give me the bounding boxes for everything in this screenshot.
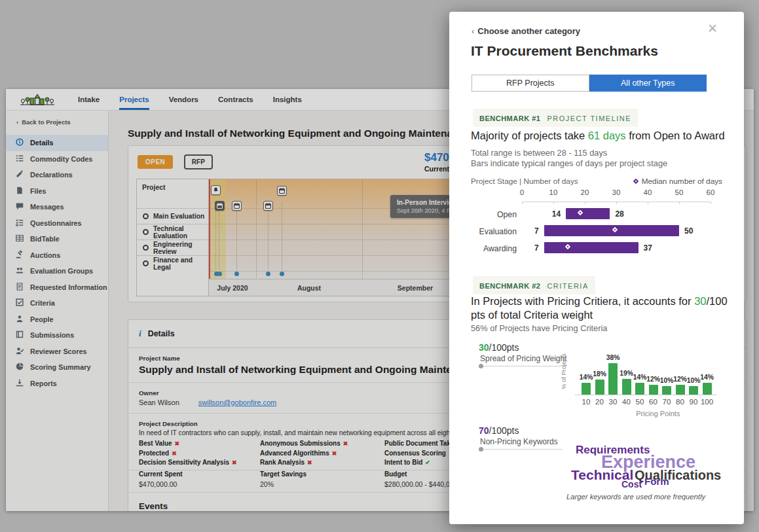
cloud-word-technical: Technical — [571, 468, 633, 482]
min-value-label: 7 — [534, 243, 539, 253]
timeline-range-chart: Project Stage | Number of days Median nu… — [471, 177, 722, 268]
axis-tick-label: 40 — [622, 398, 631, 406]
max-value-label: 50 — [684, 226, 693, 236]
benchmark2-tag: BENCHMARK #2CRITERIA — [473, 276, 595, 294]
close-icon[interactable]: ✕ — [707, 21, 718, 36]
pricing-bar — [649, 385, 658, 395]
bar-value-label: 10% — [660, 377, 674, 384]
slider-knob[interactable] — [479, 364, 483, 368]
slider-knob[interactable] — [479, 447, 483, 452]
axis-tick-label: 50 — [675, 188, 684, 196]
bar-value-label: 14% — [700, 374, 714, 381]
bar-value-label: 19% — [620, 370, 633, 377]
benchmarks-modal: ✕ ‹Choose another category IT Procuremen… — [449, 12, 744, 524]
pricing-bar — [622, 379, 631, 395]
cloud-word-form: Form — [644, 476, 669, 486]
axis-tick-label: 20 — [595, 398, 604, 406]
axis-tick-label: 20 — [581, 188, 589, 196]
axis-tick-label: 0 — [520, 188, 524, 196]
diamond-icon — [633, 179, 638, 184]
range-bar-open — [566, 208, 610, 219]
tab-all-other-types[interactable]: All other Types — [589, 75, 707, 92]
pricing-bar — [635, 383, 644, 395]
axis-tick-label: 10 — [582, 398, 591, 406]
screen: IntakeProjectsVendorsContractsInsights ‹… — [0, 0, 759, 532]
median-legend: Median number of days — [634, 177, 722, 186]
timeline-axis — [522, 202, 711, 202]
cloud-word-requirements: Requirements — [576, 444, 650, 455]
bar-value-label: 38% — [606, 354, 620, 361]
axis-tick-label: 60 — [707, 188, 715, 196]
benchmark2-subline: 56% of Projects have Pricing Criteria — [471, 323, 607, 333]
cloud-word-cost: Cost — [621, 480, 642, 489]
pricing-bar — [676, 385, 685, 395]
axis-tick-label: 90 — [690, 398, 698, 406]
min-value-label: 14 — [552, 209, 561, 219]
nonpricing-points-value: 70/100pts — [479, 425, 519, 436]
axis-tick-label: 50 — [636, 398, 644, 406]
stage-label: Open — [471, 210, 517, 219]
nonpricing-keywords-label: Non-Pricing Keywords — [480, 437, 558, 446]
axis-tick-label: 30 — [612, 188, 621, 196]
choose-another-category-link[interactable]: ‹Choose another category — [472, 26, 580, 36]
timeline-chart-header: Project Stage | Number of days — [471, 177, 578, 186]
axis-tick-label: 60 — [649, 398, 657, 406]
axis-tick-label: 80 — [676, 398, 684, 406]
nonpricing-keywords-slider[interactable] — [479, 447, 563, 452]
bar-value-label: 10% — [687, 377, 701, 384]
pricing-bar — [582, 383, 591, 395]
pricing-bar — [595, 380, 604, 395]
cloud-caption: Larger keywords are used more frequently — [554, 493, 718, 501]
benchmark-tabs: RFP Projects All other Types — [472, 75, 707, 92]
range-bar-evaluation — [544, 225, 679, 236]
pricing-points-label: Spread of Pricing Weight — [480, 354, 567, 363]
benchmark1-tag: BENCHMARK #1PROJECT TIMELINE — [473, 109, 638, 127]
bar-value-label: 18% — [593, 370, 606, 378]
cloud-word-experience: Experience — [601, 453, 695, 471]
axis-tick-label: 30 — [609, 398, 618, 406]
pricing-points-value: 30/100pts — [479, 342, 519, 353]
tab-rfp-projects[interactable]: RFP Projects — [472, 75, 589, 92]
pricing-bar — [662, 386, 671, 395]
bar-value-label: 12% — [646, 376, 660, 383]
range-bar-awarding — [544, 242, 639, 253]
pricing-weight-slider[interactable] — [479, 364, 563, 369]
stage-label: Evaluation — [471, 227, 517, 236]
axis-tick-label: 100 — [701, 398, 713, 406]
pricing-bar — [689, 386, 698, 395]
modal-title: IT Procurement Benchmarks — [471, 43, 658, 59]
pricing-bar — [703, 383, 712, 395]
max-value-label: 37 — [644, 243, 652, 253]
benchmark1-subline2: Bars indicate typical ranges of days per… — [471, 158, 667, 168]
pricing-chart-xlabel: Pricing Points — [636, 410, 680, 417]
axis-tick-label: 10 — [549, 188, 558, 196]
stage-label: Awarding — [471, 244, 517, 253]
pricing-chart-ylabel: % of Projects — [561, 353, 567, 389]
pricing-weight-bar-chart: % of Projects Pricing Points 14%1018%203… — [570, 338, 727, 416]
chevron-left-icon: ‹ — [472, 26, 474, 36]
axis-tick-label: 70 — [663, 398, 671, 406]
benchmark1-subline1: Total range is between 28 - 115 days — [471, 148, 607, 158]
max-value-label: 28 — [615, 209, 623, 219]
bar-value-label: 14% — [633, 374, 647, 381]
bar-value-label: 14% — [580, 374, 593, 381]
pricing-bar — [608, 363, 618, 395]
min-value-label: 7 — [534, 226, 539, 236]
benchmark1-headline: Majority of projects take 61 days from O… — [471, 130, 725, 142]
bar-value-label: 12% — [673, 376, 687, 383]
cloud-word-qualifications: Qualifications — [635, 469, 721, 482]
benchmark2-headline: In Projects with Pricing Critiera, it ac… — [471, 294, 731, 321]
axis-tick-label: 40 — [644, 188, 652, 196]
